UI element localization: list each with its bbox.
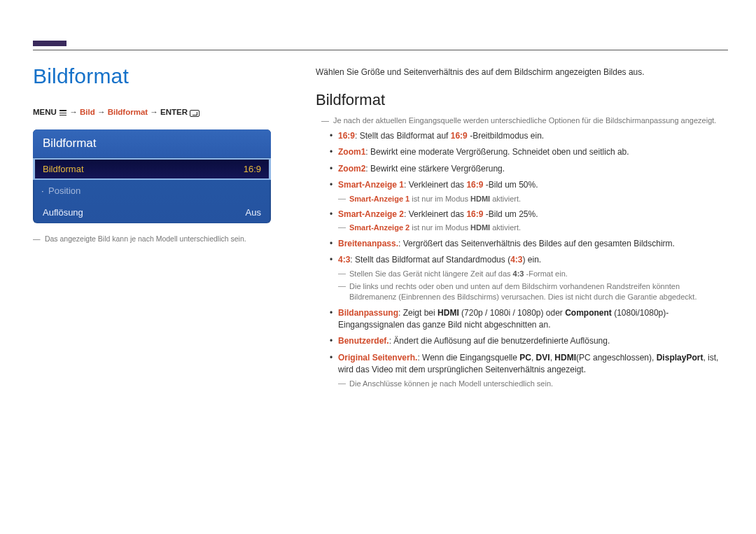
osd-row-label: Bildformat — [43, 164, 84, 174]
subnote-text: ist nur im Modus — [410, 223, 470, 232]
osd-row-label: Position — [48, 185, 80, 196]
option-bold: DisplayPort — [657, 353, 704, 363]
breadcrumb: MENU → Bild → Bildformat → ENTER — [33, 108, 271, 117]
option-text: : Wenn die Eingangsquelle — [417, 353, 519, 363]
option-name: Benutzerdef. — [338, 336, 389, 346]
breadcrumb-item-bild: Bild — [80, 108, 95, 116]
option-text: (PC angeschlossen), — [576, 353, 657, 363]
option-text: : Ändert die Auflösung auf die benutzerd… — [389, 336, 610, 346]
list-item: 16:9: Stellt das Bildformat auf 16:9 -Br… — [330, 130, 728, 142]
option-text: (720p / 1080i / 1080p) oder — [459, 308, 565, 318]
arrow-icon: → — [97, 108, 106, 116]
option-text: : Verkleinert das — [404, 209, 466, 219]
list-item: Smart-Anzeige 1: Verkleinert das 16:9 -B… — [330, 179, 728, 204]
option-bold: PC — [519, 353, 531, 363]
section-prenote-text: Je nach der aktuellen Eingangsquelle wer… — [333, 116, 716, 125]
enter-icon — [190, 108, 200, 117]
list-item: Zoom2: Bewirkt eine stärkere Vergrößerun… — [330, 163, 728, 175]
sub-note: Smart-Anzeige 1 ist nur im Modus HDMI ak… — [338, 194, 728, 204]
option-text: , — [531, 353, 536, 363]
menu-icon — [59, 108, 67, 117]
osd-row-aufloesung[interactable]: Auflösung Aus — [33, 202, 271, 223]
osd-row-value: Aus — [246, 207, 261, 218]
option-bold: HDMI — [554, 353, 576, 363]
option-name: Smart-Anzeige 1 — [338, 180, 404, 190]
left-footnote: ― Das angezeigte Bild kann je nach Model… — [33, 234, 271, 243]
subnote-text: aktiviert. — [490, 223, 521, 232]
list-item: Zoom1: Bewirkt eine moderate Vergrößerun… — [330, 146, 728, 158]
subnote-text: Die Anschlüsse können je nach Modell unt… — [349, 379, 553, 388]
chapter-accent-bar — [33, 41, 66, 46]
horizontal-rule — [33, 50, 728, 50]
option-text: : Stellt das Bildformat auf — [355, 131, 451, 141]
sub-note: Stellen Sie das Gerät nicht längere Zeit… — [338, 269, 728, 279]
option-text: -Bild um 25%. — [483, 209, 538, 219]
option-hl: 16:9 — [466, 209, 483, 219]
subnote-bold: HDMI — [470, 223, 490, 232]
dash-icon: ― — [33, 234, 43, 243]
option-hl: 16:9 — [466, 180, 483, 190]
sub-note: Die links und rechts oder oben und unten… — [338, 281, 728, 303]
breadcrumb-item-bildformat: Bildformat — [108, 108, 148, 116]
osd-row-label: Auflösung — [43, 207, 83, 218]
arrow-icon: → — [150, 108, 158, 116]
option-text: : Vergrößert das Seitenverhältnis des Bi… — [398, 239, 675, 248]
option-bold: Component — [565, 308, 612, 318]
dash-icon: ― — [321, 116, 331, 125]
option-text: -Bild um 50%. — [483, 180, 538, 190]
subnote-text: ist nur im Modus — [410, 195, 470, 203]
option-name: Zoom2 — [338, 164, 365, 174]
subnote-hl: Smart-Anzeige 2 — [349, 223, 410, 232]
option-name: Smart-Anzeige 2 — [338, 209, 404, 219]
list-item: Breitenanpass.: Vergrößert das Seitenver… — [330, 238, 728, 250]
arrow-icon: → — [69, 108, 78, 116]
osd-panel: Bildformat Bildformat 16:9 Position Aufl… — [33, 129, 271, 223]
subnote-text: Die links und rechts oder oben und unten… — [349, 282, 696, 301]
option-text: : Zeigt bei — [398, 308, 438, 318]
option-bold: DVI — [536, 353, 550, 363]
option-text: : Bewirkt eine moderate Vergrößerung. Sc… — [365, 147, 629, 157]
osd-row-bildformat[interactable]: Bildformat 16:9 — [33, 158, 271, 180]
subnote-bold: 4:3 — [513, 269, 524, 278]
option-text: : Bewirkt eine stärkere Vergrößerung. — [365, 164, 505, 174]
intro-text: Wählen Sie Größe und Seitenverhältnis de… — [316, 67, 728, 77]
option-text: -Breitbildmodus ein. — [468, 131, 544, 141]
option-hl: 16:9 — [451, 131, 468, 141]
subnote-bold: HDMI — [470, 195, 490, 203]
list-item: Original Seitenverh.: Wenn die Eingangsq… — [330, 352, 728, 389]
sub-note: Die Anschlüsse können je nach Modell unt… — [338, 379, 728, 389]
option-bold: HDMI — [438, 308, 459, 318]
option-text: ) ein. — [522, 255, 541, 265]
left-footnote-text: Das angezeigte Bild kann je nach Modell … — [45, 234, 246, 243]
osd-row-value: 16:9 — [244, 164, 261, 174]
option-name: Breitenanpass. — [338, 239, 398, 248]
subnote-text: -Format ein. — [524, 269, 567, 278]
list-item: Benutzerdef.: Ändert die Auflösung auf d… — [330, 335, 728, 347]
osd-row-position[interactable]: Position — [33, 180, 271, 202]
section-prenote: ― Je nach der aktuellen Eingangsquelle w… — [321, 116, 728, 125]
right-column: Wählen Sie Größe und Seitenverhältnis de… — [316, 64, 728, 393]
breadcrumb-enter-label: ENTER — [160, 108, 188, 116]
section-heading: Bildformat — [316, 91, 728, 109]
option-text: : Stellt das Bildformat auf Standardmodu… — [350, 255, 510, 265]
option-text: : Verkleinert das — [404, 180, 466, 190]
list-item: 4:3: Stellt das Bildformat auf Standardm… — [330, 254, 728, 303]
option-name: 16:9 — [338, 131, 355, 141]
option-hl: 4:3 — [510, 255, 522, 265]
breadcrumb-menu-label: MENU — [33, 108, 57, 116]
option-name: Zoom1 — [338, 147, 365, 157]
page-title: Bildformat — [33, 64, 271, 88]
subnote-hl: Smart-Anzeige 1 — [349, 195, 410, 203]
option-name: 4:3 — [338, 255, 350, 265]
subnote-text: aktiviert. — [490, 195, 521, 203]
list-item: Bildanpassung: Zeigt bei HDMI (720p / 10… — [330, 307, 728, 332]
subnote-text: Stellen Sie das Gerät nicht längere Zeit… — [349, 269, 513, 278]
option-name: Bildanpassung — [338, 308, 398, 318]
osd-header: Bildformat — [33, 129, 271, 158]
left-column: Bildformat MENU → Bild → Bildformat → EN… — [33, 64, 271, 393]
sub-note: Smart-Anzeige 2 ist nur im Modus HDMI ak… — [338, 223, 728, 233]
options-list: 16:9: Stellt das Bildformat auf 16:9 -Br… — [330, 130, 728, 389]
option-name: Original Seitenverh. — [338, 353, 417, 363]
list-item: Smart-Anzeige 2: Verkleinert das 16:9 -B… — [330, 209, 728, 234]
